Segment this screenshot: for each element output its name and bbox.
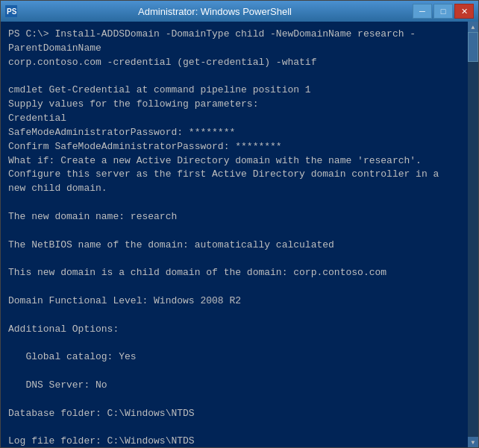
title-bar: PS Administrator: Windows PowerShell ─ □…: [1, 1, 478, 22]
scrollbar[interactable]: ▲ ▼: [468, 22, 478, 447]
terminal-output: PS C:\> Install-ADDSDomain -DomainType c…: [8, 28, 460, 447]
scrollbar-track[interactable]: [468, 32, 478, 437]
terminal-content[interactable]: PS C:\> Install-ADDSDomain -DomainType c…: [1, 22, 468, 447]
window-title: Administrator: Windows PowerShell: [17, 6, 413, 17]
scroll-up-arrow[interactable]: ▲: [468, 22, 478, 32]
terminal-body: PS C:\> Install-ADDSDomain -DomainType c…: [1, 22, 478, 447]
window-controls: ─ □ ✕: [413, 4, 474, 19]
svg-text:PS: PS: [7, 7, 17, 16]
app-icon: PS: [5, 5, 17, 17]
scroll-down-arrow[interactable]: ▼: [468, 437, 478, 447]
scrollbar-thumb[interactable]: [468, 32, 478, 62]
minimize-button[interactable]: ─: [413, 4, 432, 19]
maximize-button[interactable]: □: [433, 4, 453, 19]
powershell-window: PS Administrator: Windows PowerShell ─ □…: [0, 0, 479, 448]
close-button[interactable]: ✕: [454, 4, 474, 19]
